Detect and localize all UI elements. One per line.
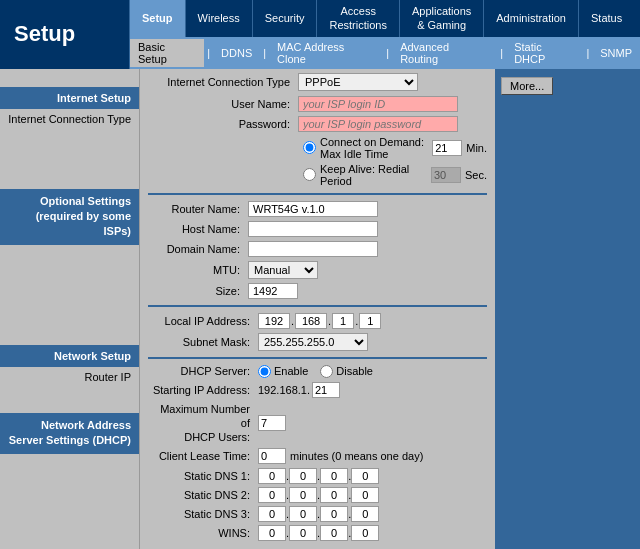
password-label: Password: <box>148 118 298 130</box>
subnet-mask-select[interactable]: 255.255.255.0 <box>258 333 368 351</box>
username-input[interactable] <box>298 96 458 112</box>
main-layout: Internet Setup Internet Connection Type … <box>0 69 640 549</box>
local-ip-label: Local IP Address: <box>148 315 258 327</box>
starting-ip-last-input[interactable] <box>312 382 340 398</box>
lease-time-input[interactable] <box>258 448 286 464</box>
idle-time-unit: Min. <box>466 142 487 154</box>
sub-nav: Basic Setup | DDNS | MAC Address Clone |… <box>130 37 640 69</box>
tab-security[interactable]: Security <box>253 0 318 37</box>
password-input[interactable] <box>298 116 458 132</box>
content-area: Internet Connection Type PPPoE User Name… <box>140 69 495 549</box>
network-setup-section: Local IP Address: . . . Subnet Mask: 25 <box>148 313 487 351</box>
subnet-mask-label: Subnet Mask: <box>148 336 258 348</box>
dns1-o4[interactable] <box>351 468 379 484</box>
sidebar-item-connection-type: Internet Connection Type <box>0 109 139 129</box>
dns3-o2[interactable] <box>289 506 317 522</box>
host-name-input[interactable] <box>248 221 378 237</box>
subtab-advanced-routing[interactable]: Advanced Routing <box>392 39 497 67</box>
wins-label: WINS: <box>148 527 258 539</box>
dns2-o4[interactable] <box>351 487 379 503</box>
tab-access[interactable]: AccessRestrictions <box>317 0 399 37</box>
subtab-static-dhcp[interactable]: Static DHCP <box>506 39 583 67</box>
dhcp-disable-label: Disable <box>336 365 373 377</box>
keep-alive-unit: Sec. <box>465 169 487 181</box>
connect-demand-radio[interactable] <box>303 141 316 154</box>
sidebar-section-optional: Optional Settings(required by some ISPs) <box>0 189 139 245</box>
mtu-select[interactable]: Manual <box>248 261 318 279</box>
sidebar-section-internet: Internet Setup <box>0 87 139 109</box>
connection-type-select[interactable]: PPPoE <box>298 73 418 91</box>
subtab-snmp[interactable]: SNMP <box>592 45 640 61</box>
dhcp-disable-radio[interactable] <box>320 365 333 378</box>
sidebar-section-dhcp: Network AddressServer Settings (DHCP) <box>0 413 139 454</box>
keep-alive-radio[interactable] <box>303 168 316 181</box>
lease-unit: minutes (0 means one day) <box>290 450 423 462</box>
keep-alive-label: Keep Alive: Redial Period <box>320 163 427 187</box>
dns2-o1[interactable] <box>258 487 286 503</box>
dhcp-server-label: DHCP Server: <box>148 365 258 377</box>
tab-setup[interactable]: Setup <box>130 0 186 37</box>
tab-status[interactable]: Status <box>579 0 634 37</box>
tab-applications[interactable]: Applications& Gaming <box>400 0 484 37</box>
dhcp-enable-radio[interactable] <box>258 365 271 378</box>
lease-time-label: Client Lease Time: <box>148 450 258 462</box>
starting-ip-label: Starting IP Address: <box>148 384 258 396</box>
dhcp-section: DHCP Server: Enable Disable Starting IP … <box>148 365 487 542</box>
sidebar-item-router-ip: Router IP <box>0 367 139 387</box>
more-button[interactable]: More... <box>501 77 553 95</box>
app-title: Setup <box>0 0 130 69</box>
connection-type-label: Internet Connection Type <box>148 76 298 88</box>
internet-setup-section: Internet Connection Type PPPoE User Name… <box>148 73 487 187</box>
router-name-label: Router Name: <box>148 203 248 215</box>
dns3-label: Static DNS 3: <box>148 508 258 520</box>
dns1-o3[interactable] <box>320 468 348 484</box>
ip-octet-2[interactable] <box>295 313 327 329</box>
dns1-o2[interactable] <box>289 468 317 484</box>
dns3-o3[interactable] <box>320 506 348 522</box>
size-label: Size: <box>148 285 248 297</box>
wins-o2[interactable] <box>289 525 317 541</box>
dns1-label: Static DNS 1: <box>148 470 258 482</box>
username-label: User Name: <box>148 98 298 110</box>
wins-o1[interactable] <box>258 525 286 541</box>
sidebar-section-network: Network Setup <box>0 345 139 367</box>
dns2-o2[interactable] <box>289 487 317 503</box>
dns2-label: Static DNS 2: <box>148 489 258 501</box>
max-users-label: Maximum Number ofDHCP Users: <box>148 402 258 445</box>
nav-tabs: Setup Wireless Security AccessRestrictio… <box>130 0 640 69</box>
dns2-group: . . . <box>258 487 379 503</box>
size-input[interactable] <box>248 283 298 299</box>
sidebar: Internet Setup Internet Connection Type … <box>0 69 140 549</box>
dhcp-enable-label: Enable <box>274 365 308 377</box>
connect-demand-label: Connect on Demand: Max Idle Time <box>320 136 428 160</box>
domain-name-label: Domain Name: <box>148 243 248 255</box>
optional-settings-section: Router Name: Host Name: Domain Name: MTU… <box>148 201 487 299</box>
tab-administration[interactable]: Administration <box>484 0 579 37</box>
ip-octet-3[interactable] <box>332 313 354 329</box>
router-name-input[interactable] <box>248 201 378 217</box>
wins-o3[interactable] <box>320 525 348 541</box>
local-ip-group: . . . <box>258 313 381 329</box>
dns1-o1[interactable] <box>258 468 286 484</box>
dns3-group: . . . <box>258 506 379 522</box>
host-name-label: Host Name: <box>148 223 248 235</box>
dns1-group: . . . <box>258 468 379 484</box>
subtab-mac-clone[interactable]: MAC Address Clone <box>269 39 383 67</box>
max-users-input[interactable] <box>258 415 286 431</box>
redial-input[interactable] <box>431 167 461 183</box>
idle-time-input[interactable] <box>432 140 462 156</box>
dns3-o4[interactable] <box>351 506 379 522</box>
tab-wireless[interactable]: Wireless <box>186 0 253 37</box>
ip-octet-4[interactable] <box>359 313 381 329</box>
domain-name-input[interactable] <box>248 241 378 257</box>
subtab-ddns[interactable]: DDNS <box>213 45 260 61</box>
wins-group: . . . <box>258 525 379 541</box>
wins-o4[interactable] <box>351 525 379 541</box>
mtu-label: MTU: <box>148 264 248 276</box>
ip-octet-1[interactable] <box>258 313 290 329</box>
dns2-o3[interactable] <box>320 487 348 503</box>
dns3-o1[interactable] <box>258 506 286 522</box>
header: Setup Setup Wireless Security AccessRest… <box>0 0 640 69</box>
right-panel: More... <box>495 69 640 549</box>
subtab-basic-setup[interactable]: Basic Setup <box>130 39 204 67</box>
